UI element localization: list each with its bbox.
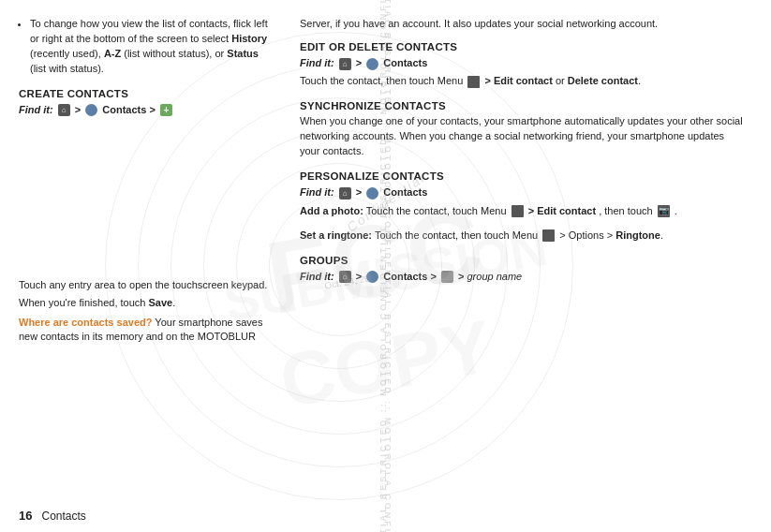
edit-contact-text: Edit contact <box>494 75 553 86</box>
bottom-text-block: Touch any entry area to open the touchsc… <box>19 278 272 345</box>
camera-icon-personalize: 📷 <box>658 205 670 217</box>
find-it-label-groups: Find it: <box>300 271 334 282</box>
contacts-icon-personalize <box>366 187 378 200</box>
contacts-icon-create <box>85 104 97 116</box>
image-spacer <box>19 128 272 278</box>
arrow3-edit: > <box>484 75 493 86</box>
edit-delete-find-it: Find it: ⌂ > Contacts <box>300 55 743 71</box>
arrow1-personalize: > <box>356 186 364 198</box>
ringtone-text: Ringtone <box>615 229 660 241</box>
contacts-text-create: Contacts <box>102 104 146 115</box>
edit-delete-section: EDIT OR DELETE CONTACTS Find it: ⌂ > Con… <box>300 41 743 89</box>
contacts-text-groups: Contacts <box>383 271 427 282</box>
contacts-icon-edit <box>366 58 378 70</box>
bullet-middle2: (list without status), or <box>124 48 227 59</box>
menu-icon-ringtone <box>542 229 555 242</box>
people-icon-groups <box>441 271 453 283</box>
set-ringtone-line: Set a ringtone: Touch the contact, then … <box>300 229 743 244</box>
or-text: or <box>556 75 568 86</box>
arrow1-edit: > <box>356 57 364 68</box>
personalize-find-it: Find it: ⌂ > Contacts <box>300 185 743 200</box>
server-text: Server, if you have an account. It also … <box>300 17 743 32</box>
edit-delete-body: Touch the contact, then touch Menu > Edi… <box>300 74 743 89</box>
personalize-title: PERSONALIZE CONTACTS <box>300 170 743 182</box>
home-icon-groups: ⌂ <box>339 271 351 283</box>
content-wrapper: To change how you view the list of conta… <box>19 17 743 515</box>
status-text: Status <box>227 48 259 59</box>
groups-title: GROUPS <box>300 255 743 266</box>
bullet-item-view: To change how you view the list of conta… <box>30 17 272 77</box>
home-icon-create: ⌂ <box>58 104 70 116</box>
page-container: MOTOROLA CONFIDENTIAL RESTRICTED :: MOTO… <box>0 0 771 532</box>
synchronize-body: When you change one of your contacts, yo… <box>300 114 743 159</box>
menu-icon-edit <box>467 76 480 88</box>
az-text: A-Z <box>104 48 121 59</box>
personalize-section: PERSONALIZE CONTACTS Find it: ⌂ > Contac… <box>300 170 743 243</box>
group-name-text: group name <box>467 271 522 282</box>
plus-icon-create: + <box>160 104 172 116</box>
menu-icon-personalize <box>512 205 524 217</box>
contacts-text-personalize: Contacts <box>383 186 427 198</box>
bullet-section: To change how you view the list of conta… <box>19 17 272 77</box>
synchronize-title: SYNCHRONIZE CONTACTS <box>300 100 743 111</box>
finished-text: When you're finished, touch Save. <box>19 296 272 310</box>
bullet-middle3: (list with status). <box>30 63 104 74</box>
groups-section: GROUPS Find it: ⌂ > Contacts > > group n… <box>300 255 743 285</box>
find-it-label-personalize: Find it: <box>300 186 334 198</box>
contacts-icon-groups <box>366 271 378 283</box>
create-contacts-section: CREATE CONTACTS Find it: ⌂ > Contacts > … <box>19 88 272 118</box>
add-photo-label: Add a photo: <box>300 205 363 216</box>
arrow3-personalize: > <box>528 205 537 216</box>
save-label: Save <box>148 297 172 308</box>
bullet-middle1: (recently used), <box>30 48 104 59</box>
bullet-list: To change how you view the list of conta… <box>19 17 272 77</box>
create-contacts-find-it: Find it: ⌂ > Contacts > + <box>19 102 272 118</box>
home-icon-edit: ⌂ <box>339 58 351 70</box>
touch-entry-text: Touch any entry area to open the touchsc… <box>19 278 272 292</box>
arrow2-groups: > <box>430 271 438 282</box>
right-column: Server, if you have an account. It also … <box>290 17 743 515</box>
delete-contact-text: Delete contact <box>568 75 638 86</box>
home-icon-personalize: ⌂ <box>339 187 351 200</box>
contacts-text-edit: Contacts <box>383 57 427 68</box>
where-saved-text: Where are contacts saved? Your smartphon… <box>19 316 272 345</box>
arrow1-groups: > <box>356 271 364 282</box>
arrow2-create: > <box>149 104 157 115</box>
synchronize-section: SYNCHRONIZE CONTACTS When you change one… <box>300 100 743 159</box>
find-it-label-edit: Find it: <box>300 57 334 68</box>
edit-contact-personalize: Edit contact <box>537 205 596 216</box>
left-column: To change how you view the list of conta… <box>19 17 290 515</box>
set-ringtone-label: Set a ringtone: <box>300 229 372 241</box>
where-saved-label: Where are contacts saved? <box>19 317 152 328</box>
edit-delete-title: EDIT OR DELETE CONTACTS <box>300 41 743 52</box>
arrow1-create: > <box>75 104 83 115</box>
add-photo-line: Add a photo: Touch the contact, touch Me… <box>300 204 743 219</box>
groups-find-it: Find it: ⌂ > Contacts > > group name <box>300 269 743 285</box>
create-contacts-title: CREATE CONTACTS <box>19 88 272 99</box>
find-it-label-create: Find it: <box>19 104 53 115</box>
history-text: History <box>231 33 267 44</box>
